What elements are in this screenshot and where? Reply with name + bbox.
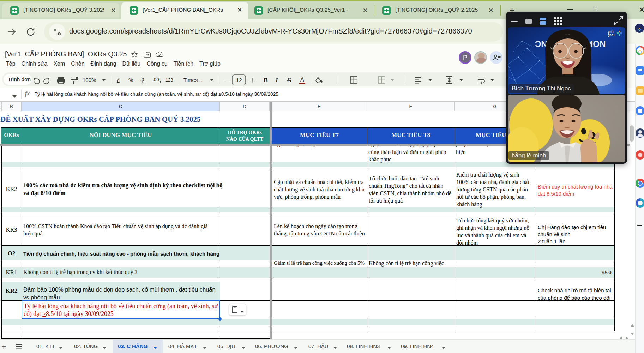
svg-text:gnoT: gnoT: [608, 33, 615, 37]
